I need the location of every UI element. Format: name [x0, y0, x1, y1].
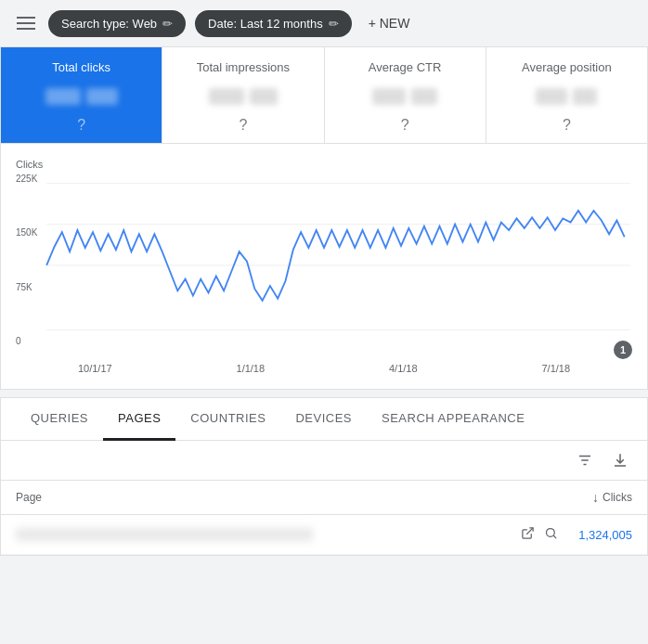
tab-queries[interactable]: QUERIES: [16, 398, 103, 441]
tab-pages[interactable]: PAGES: [103, 398, 175, 441]
metric-value-average-ctr: [340, 84, 471, 109]
row-page-cell: [16, 528, 521, 541]
y-tick-75k: 75K: [16, 282, 37, 292]
metric-blur-4: [250, 88, 278, 105]
y-axis-labels: 225K 150K 75K 0: [16, 174, 37, 359]
filter-button[interactable]: [573, 448, 597, 472]
y-tick-225k: 225K: [16, 174, 37, 184]
metric-blur-3: [209, 88, 244, 105]
date-filter[interactable]: Date: Last 12 months ✏: [195, 10, 352, 37]
table-row: 1,324,005: [1, 515, 647, 555]
search-type-label: Search type: Web: [61, 17, 157, 31]
metric-blur-8: [573, 88, 597, 105]
search-type-filter[interactable]: Search type: Web ✏: [48, 10, 186, 37]
row-url-blur: [16, 528, 313, 541]
metric-value-total-impressions: [177, 84, 308, 109]
metric-title-average-position: Average position: [501, 60, 632, 74]
svg-line-9: [553, 535, 556, 538]
chart-container: 225K 150K 75K 0 1: [16, 174, 632, 359]
x-tick-3: 4/1/18: [389, 363, 418, 374]
metric-blur-5: [372, 88, 406, 105]
metric-card-average-position[interactable]: Average position ?: [486, 47, 647, 143]
tab-search-appearance[interactable]: SEARCH APPEARANCE: [367, 398, 539, 441]
tab-countries[interactable]: COUNTRIES: [175, 398, 280, 441]
metric-help-total-clicks[interactable]: ?: [16, 117, 147, 134]
filter-icon: [577, 452, 593, 469]
metric-blur-6: [411, 88, 437, 105]
edit-date-icon: ✏: [329, 17, 339, 31]
chart-y-label: Clicks: [16, 159, 632, 170]
tabs-row: QUERIES PAGES COUNTRIES DEVICES SEARCH A…: [1, 398, 647, 441]
edit-icon: ✏: [162, 17, 173, 31]
metric-blur-7: [536, 88, 567, 105]
row-clicks-value: 1,324,005: [567, 528, 632, 542]
external-link-icon[interactable]: [521, 526, 535, 543]
metrics-section: Total clicks ? Total impressions ? Avera…: [0, 46, 648, 390]
page-col-header: Page: [16, 491, 42, 504]
search-row-icon[interactable]: [544, 526, 558, 543]
chart-badge: 1: [614, 341, 632, 359]
date-label: Date: Last 12 months: [208, 17, 323, 31]
metric-blur-1: [45, 88, 81, 105]
table-section: QUERIES PAGES COUNTRIES DEVICES SEARCH A…: [0, 397, 648, 556]
metric-value-total-clicks: [16, 84, 147, 109]
svg-point-8: [547, 529, 555, 537]
new-label: + NEW: [369, 16, 410, 31]
metric-blur-2: [86, 88, 118, 105]
menu-button[interactable]: [13, 13, 39, 33]
download-button[interactable]: [608, 448, 632, 472]
metric-title-total-clicks: Total clicks: [16, 60, 147, 74]
metric-title-total-impressions: Total impressions: [177, 60, 308, 74]
chart-svg: [16, 174, 632, 359]
new-button[interactable]: + NEW: [361, 9, 418, 37]
svg-line-7: [526, 528, 533, 535]
metric-title-average-ctr: Average CTR: [340, 60, 471, 74]
sort-down-icon: ↓: [592, 490, 599, 505]
metrics-row: Total clicks ? Total impressions ? Avera…: [1, 47, 647, 144]
chart-area: Clicks 225K 150K 75K 0 1 10/1/17 1/1/: [1, 144, 647, 389]
top-bar: Search type: Web ✏ Date: Last 12 months …: [0, 0, 648, 46]
tab-devices[interactable]: DEVICES: [280, 398, 367, 441]
metric-help-average-position[interactable]: ?: [501, 117, 632, 134]
x-axis-labels: 10/1/17 1/1/18 4/1/18 7/1/18: [16, 359, 632, 381]
metric-card-total-clicks[interactable]: Total clicks ?: [1, 47, 162, 143]
clicks-col-label: Clicks: [603, 491, 632, 504]
table-toolbar: [1, 441, 647, 481]
metric-value-average-position: [501, 84, 632, 109]
x-tick-4: 7/1/18: [541, 363, 570, 374]
table-header: Page ↓ Clicks: [1, 481, 647, 515]
row-actions: 1,324,005: [521, 526, 632, 543]
metric-help-total-impressions[interactable]: ?: [177, 117, 308, 134]
metric-card-total-impressions[interactable]: Total impressions ?: [162, 47, 324, 143]
download-icon: [612, 452, 629, 469]
y-tick-0: 0: [16, 336, 37, 346]
x-tick-1: 10/1/17: [78, 363, 112, 374]
metric-card-average-ctr[interactable]: Average CTR ?: [325, 47, 486, 143]
metric-help-average-ctr[interactable]: ?: [340, 117, 471, 134]
clicks-col-header[interactable]: ↓ Clicks: [592, 490, 632, 505]
x-tick-2: 1/1/18: [237, 363, 266, 374]
y-tick-150k: 150K: [16, 227, 37, 238]
